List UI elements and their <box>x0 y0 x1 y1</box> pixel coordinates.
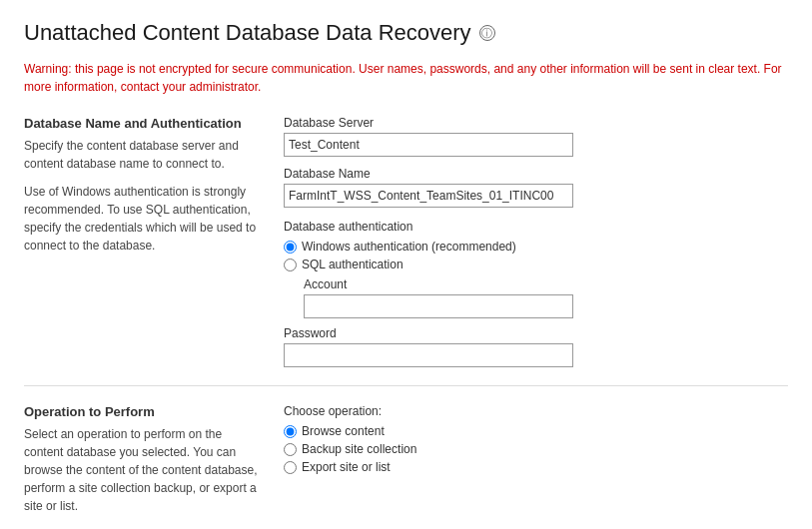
db-section-desc2: Use of Windows authentication is strongl… <box>24 183 264 255</box>
warning-message: Warning: this page is not encrypted for … <box>24 60 788 96</box>
page-title: Unattached Content Database Data Recover… <box>24 20 788 46</box>
operation-left-col: Operation to Perform Select an operation… <box>24 404 284 515</box>
db-auth-section: Database Name and Authentication Specify… <box>24 116 788 367</box>
operation-section-title: Operation to Perform <box>24 404 264 419</box>
password-label: Password <box>284 326 788 340</box>
windows-auth-label[interactable]: Windows authentication (recommended) <box>302 240 516 254</box>
db-section-desc1: Specify the content database server and … <box>24 137 264 173</box>
db-auth-label: Database authentication <box>284 220 788 234</box>
export-site-radio[interactable] <box>284 461 297 474</box>
backup-site-label[interactable]: Backup site collection <box>302 442 416 456</box>
choose-operation-label: Choose operation: <box>284 404 788 418</box>
info-icon[interactable]: ⓘ <box>479 25 495 41</box>
backup-site-row: Backup site collection <box>284 442 788 456</box>
account-label: Account <box>284 277 788 291</box>
browse-content-row: Browse content <box>284 424 788 438</box>
export-site-label[interactable]: Export site or list <box>302 460 391 474</box>
db-auth-left-col: Database Name and Authentication Specify… <box>24 116 284 367</box>
sql-auth-radio[interactable] <box>284 259 297 271</box>
operation-section-desc: Select an operation to perform on the co… <box>24 425 264 515</box>
windows-auth-row: Windows authentication (recommended) <box>284 240 788 254</box>
sql-auth-row: SQL authentication <box>284 258 788 271</box>
operation-right-col: Choose operation: Browse content Backup … <box>284 404 788 515</box>
db-server-input[interactable] <box>284 133 573 157</box>
browse-content-label[interactable]: Browse content <box>302 424 385 438</box>
section-divider <box>24 385 788 386</box>
backup-site-radio[interactable] <box>284 443 297 456</box>
db-section-title: Database Name and Authentication <box>24 116 264 131</box>
db-auth-right-col: Database Server Database Name Database a… <box>284 116 788 367</box>
db-name-label: Database Name <box>284 167 788 181</box>
account-input[interactable] <box>304 294 573 318</box>
warning-text: Warning: this page is not encrypted for … <box>24 62 782 94</box>
db-server-label: Database Server <box>284 116 788 130</box>
windows-auth-radio[interactable] <box>284 241 297 254</box>
browse-content-radio[interactable] <box>284 425 297 438</box>
db-name-input[interactable] <box>284 184 573 208</box>
password-input[interactable] <box>284 343 573 367</box>
operation-section: Operation to Perform Select an operation… <box>24 404 788 515</box>
export-site-row: Export site or list <box>284 460 788 474</box>
sql-auth-label[interactable]: SQL authentication <box>302 258 404 271</box>
title-text: Unattached Content Database Data Recover… <box>24 20 471 46</box>
